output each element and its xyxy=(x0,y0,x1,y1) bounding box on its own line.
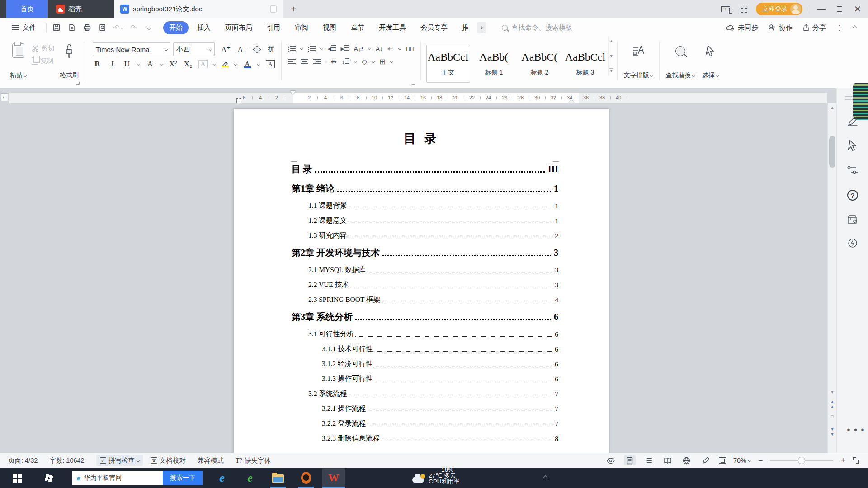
toc-entry[interactable]: 第3章 系统分析6 xyxy=(292,307,558,327)
redo-button[interactable]: ↷ xyxy=(127,22,140,33)
toc-entry[interactable]: 3.1 可行性分析6 xyxy=(292,327,558,342)
align-center-icon[interactable] xyxy=(301,59,308,65)
export-pdf-button[interactable] xyxy=(66,22,78,33)
select-tool-icon[interactable] xyxy=(846,139,859,152)
more-commands-chevron[interactable] xyxy=(142,22,155,33)
menu-tab-章节[interactable]: 章节 xyxy=(345,21,370,34)
tray-expand-chevron[interactable] xyxy=(541,468,550,488)
style-scroll-down-icon[interactable]: ▼ xyxy=(609,54,613,58)
bold-button[interactable]: B xyxy=(93,60,102,69)
text-effects-icon[interactable]: A xyxy=(198,60,208,68)
vertical-scrollbar[interactable]: ▲ ▼ ▲▲ □ ▼▼ xyxy=(827,103,836,453)
numbering-icon[interactable] xyxy=(308,46,316,52)
green-browser-icon[interactable]: e xyxy=(240,468,260,488)
page-view-icon[interactable] xyxy=(624,455,636,465)
find-replace-button[interactable]: 查找替换 xyxy=(662,42,698,81)
distribute-icon[interactable]: ⇹ xyxy=(331,57,337,66)
workspace-grid-icon[interactable] xyxy=(738,3,750,15)
strikethrough-button[interactable]: A xyxy=(146,60,155,69)
style-标题 2[interactable]: AaBbC(标题 2 xyxy=(518,45,561,83)
toc-entry[interactable]: 2.2 VUE 技术3 xyxy=(292,277,558,292)
first-line-indent-marker[interactable] xyxy=(290,91,296,97)
undo-button[interactable]: ↶ xyxy=(112,22,124,33)
format-painter-button[interactable]: 格式刷 xyxy=(56,42,82,81)
print-preview-button[interactable] xyxy=(96,22,109,33)
underline-button[interactable]: U xyxy=(123,60,132,69)
style-scroll-up-icon[interactable]: ▲ xyxy=(609,39,613,43)
cut-button[interactable]: 剪切 xyxy=(32,44,54,52)
zoom-in-icon[interactable]: + xyxy=(840,456,845,465)
fit-page-icon[interactable] xyxy=(719,457,726,464)
scrollbar-thumb[interactable] xyxy=(829,136,835,168)
increase-indent-icon[interactable]: ▸ xyxy=(341,44,349,53)
horizontal-ruler[interactable]: 642246810121416182022242628303234363840 xyxy=(9,93,827,103)
toc-entry[interactable]: 3.2.2 登录流程7 xyxy=(292,416,558,431)
subscript-button[interactable]: X₂ xyxy=(184,60,193,69)
restore-button[interactable] xyxy=(834,3,845,15)
menu-tab-推[interactable]: 推 xyxy=(456,21,475,34)
file-explorer-icon[interactable] xyxy=(268,468,288,488)
taskbar-search-bar[interactable]: e 华为平板官网 搜索一下 xyxy=(72,471,203,485)
toc-entry[interactable]: 2.3 SPRING BOOT 框架4 xyxy=(292,292,558,307)
menu-tab-视图[interactable]: 视图 xyxy=(317,21,342,34)
toc-entry[interactable]: 3.1.1 技术可行性6 xyxy=(292,342,558,357)
missing-font-button[interactable]: T? 缺失字体 xyxy=(236,456,271,465)
help-icon[interactable]: ? xyxy=(846,188,859,202)
share-button[interactable]: 分享 xyxy=(802,23,826,32)
start-button[interactable] xyxy=(8,468,26,488)
line-spacing-icon[interactable]: ↕ xyxy=(342,58,349,66)
menu-tab-开发工具[interactable]: 开发工具 xyxy=(373,21,412,34)
style-标题 3[interactable]: AaBbCcl标题 3 xyxy=(563,45,607,83)
select-button[interactable]: 选择 xyxy=(698,42,722,81)
web-layout-icon[interactable] xyxy=(681,455,693,465)
next-page-button[interactable]: ▼▼ xyxy=(828,427,837,439)
menu-tabs-overflow-chevron[interactable]: › xyxy=(477,22,486,33)
close-button[interactable]: ✕ xyxy=(852,3,863,15)
scroll-down-icon[interactable]: ▼ xyxy=(828,388,837,396)
page-indicator[interactable]: 页面: 4/32 xyxy=(8,456,38,465)
toc-entry[interactable]: 3.2.1 操作流程7 xyxy=(292,401,558,416)
eye-protect-icon[interactable] xyxy=(605,455,617,465)
toc-entry[interactable]: 1.3 研究内容2 xyxy=(292,228,558,243)
paste-button[interactable]: 粘贴 xyxy=(6,42,30,81)
internet-explorer-icon[interactable]: e xyxy=(212,468,232,488)
select-browse-object-button[interactable]: □ xyxy=(828,414,837,426)
toc-entry[interactable]: 3.2.3 删除信息流程8 xyxy=(292,431,558,446)
zoom-level-select[interactable]: 70% xyxy=(733,457,751,464)
ink-annotate-icon[interactable] xyxy=(846,114,859,128)
menu-tab-页面布局[interactable]: 页面布局 xyxy=(219,21,258,34)
more-menu-icon[interactable]: ⋮ xyxy=(836,23,843,32)
clear-format-icon[interactable] xyxy=(253,45,261,53)
italic-button[interactable]: I xyxy=(108,60,117,69)
pinyin-guide-icon[interactable]: 拼 xyxy=(267,45,276,53)
zoom-slider-knob[interactable] xyxy=(798,457,805,464)
toc-entry[interactable]: 3.1.2 经济可行性6 xyxy=(292,357,558,371)
print-button[interactable] xyxy=(81,22,94,33)
login-button[interactable]: 立即登录 xyxy=(756,3,802,15)
bullets-icon[interactable] xyxy=(288,46,296,52)
more-tools-icon[interactable]: ● ● ● xyxy=(847,426,865,433)
previous-page-button[interactable]: ▲▲ xyxy=(828,399,837,411)
toc-entry[interactable]: 第2章 开发环境与技术3 xyxy=(292,243,558,263)
toc-entry[interactable]: 1.1 课题背景1 xyxy=(292,198,558,213)
fullscreen-icon[interactable] xyxy=(853,457,859,464)
menu-tab-插入[interactable]: 插入 xyxy=(191,21,217,34)
tab-home[interactable]: 首页 xyxy=(6,0,48,18)
minimize-button[interactable]: — xyxy=(816,3,827,15)
document-proofread[interactable]: 文 文档校对 xyxy=(151,456,186,465)
toc-entry[interactable]: 3.2 系统流程7 xyxy=(292,386,558,401)
align-left-icon[interactable] xyxy=(288,59,296,65)
file-menu[interactable]: 文件 xyxy=(23,23,36,32)
toc-entry[interactable]: 3.1.3 操作可行性6 xyxy=(292,371,558,386)
new-tab-button[interactable]: + xyxy=(288,4,299,14)
dialog-launcher[interactable] xyxy=(412,82,415,85)
adjust-settings-icon[interactable] xyxy=(846,163,859,177)
character-scale-icon[interactable]: A⇄ xyxy=(354,45,363,52)
sync-status[interactable]: 未同步 xyxy=(726,23,758,32)
search-go-button[interactable]: 搜索一下 xyxy=(163,471,203,485)
tab-stop-selector[interactable]: ⌐ xyxy=(1,93,8,101)
zoom-slider[interactable] xyxy=(770,460,833,461)
document-canvas[interactable]: 目 录 目 录III第1章 绪论11.1 课题背景11.2 课题意义11.3 研… xyxy=(0,103,836,453)
zoom-out-icon[interactable]: − xyxy=(758,456,763,465)
highlight-color-button[interactable] xyxy=(222,61,229,67)
